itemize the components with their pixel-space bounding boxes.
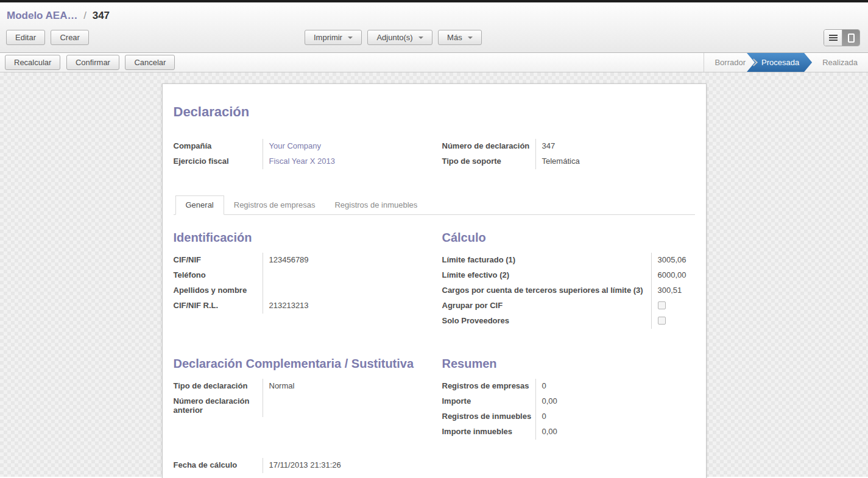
recalculate-button[interactable]: Recalcular: [5, 55, 60, 70]
form-view-icon: [848, 33, 855, 43]
field-value-link[interactable]: Fiscal Year X 2013: [263, 154, 335, 169]
header-fields-left: CompañíaYour CompanyEjercicio fiscalFisc…: [174, 139, 426, 169]
field-label: Registros de inmuebles: [442, 409, 536, 424]
field-row: Ejercicio fiscalFiscal Year X 2013: [174, 154, 426, 169]
field-value: 0: [536, 379, 546, 394]
status-step-realizada: Realizada: [812, 58, 868, 67]
field-value: 0,00: [536, 424, 557, 440]
field-row: Solo Proveedores: [442, 314, 695, 329]
field-value: 0,00: [536, 394, 557, 409]
field-value: 6000,00: [652, 268, 686, 283]
attachments-dropdown-button[interactable]: Adjunto(s): [367, 30, 432, 45]
calculation-fields: Límite facturado (1)3005,06Límite efecti…: [442, 253, 695, 329]
field-value: 213213213: [263, 298, 309, 314]
tab-registros-de-inmuebles[interactable]: Registros de inmuebles: [325, 196, 427, 214]
checkbox[interactable]: [658, 301, 666, 309]
field-row: Tipo de declaraciónNormal: [174, 379, 426, 394]
field-value: 3005,06: [652, 253, 686, 268]
cancel-button[interactable]: Cancelar: [125, 55, 175, 70]
section-complementary: Declaración Complementaria / Sustitutiva…: [174, 357, 426, 417]
tab-general[interactable]: General: [175, 195, 224, 215]
field-label: Agrupar por CIF: [442, 298, 652, 314]
list-view-icon: [829, 35, 838, 41]
chevron-down-icon: [418, 37, 423, 39]
field-row: Apellidos y nombre: [174, 283, 426, 298]
footer-fields: Fecha de cálculo17/11/2013 21:31:26: [174, 458, 695, 473]
form-background: Declaración CompañíaYour CompanyEjercici…: [0, 72, 868, 477]
summary-fields: Registros de empresas0Importe0,00Registr…: [442, 379, 695, 440]
checkbox[interactable]: [658, 317, 666, 325]
field-value: [263, 283, 269, 298]
print-dropdown-button[interactable]: Imprimir: [305, 30, 362, 45]
field-label: Compañía: [174, 139, 263, 154]
field-label: Importe: [442, 394, 536, 409]
create-button[interactable]: Crear: [51, 30, 89, 45]
document-buttons: Imprimir Adjunto(s) Más: [305, 30, 482, 45]
field-value: [652, 298, 666, 314]
attachments-label: Adjunto(s): [376, 33, 412, 42]
chevron-down-icon: [468, 37, 473, 39]
field-row: Importe0,00: [442, 394, 695, 409]
header-field-group: CompañíaYour CompanyEjercicio fiscalFisc…: [174, 139, 695, 169]
field-row: CompañíaYour Company: [174, 139, 426, 154]
field-row: CIF/NIF R.L.213213213: [174, 298, 426, 314]
field-label: Teléfono: [174, 268, 263, 283]
field-row: Límite efectivo (2)6000,00: [442, 268, 695, 283]
field-row: Cargos por cuenta de terceros superiores…: [442, 283, 695, 298]
field-value: Normal: [263, 379, 295, 394]
confirm-button[interactable]: Confirmar: [66, 55, 119, 70]
complementary-fields: Tipo de declaraciónNormalNúmero declarac…: [174, 379, 426, 417]
field-value: 300,51: [652, 283, 682, 298]
field-label: CIF/NIF R.L.: [174, 298, 263, 314]
field-value: Telemática: [536, 154, 580, 169]
field-value: 123456789: [263, 253, 309, 268]
field-value: [263, 268, 269, 283]
field-label: Límite facturado (1): [442, 253, 652, 268]
field-value: [652, 314, 666, 329]
breadcrumb-parent-link[interactable]: Modelo AEA…: [7, 10, 77, 21]
view-switcher-group: [824, 29, 860, 46]
form-sheet: Declaración CompañíaYour CompanyEjercici…: [162, 83, 707, 478]
field-label: Cargos por cuenta de terceros superiores…: [442, 283, 652, 298]
field-row: Número declaración anterior: [174, 394, 426, 417]
field-row: Importe inmuebles0,00: [442, 424, 695, 440]
more-dropdown-button[interactable]: Más: [438, 30, 482, 45]
breadcrumb-current: 347: [93, 10, 110, 21]
tab-registros-de-empresas[interactable]: Registros de empresas: [224, 196, 325, 214]
control-panel: Modelo AEA… / 347 Editar Crear Imprimir …: [0, 2, 868, 53]
breadcrumb-separator: /: [80, 10, 90, 21]
field-value: [263, 394, 269, 417]
field-row: Límite facturado (1)3005,06: [442, 253, 695, 268]
edit-button[interactable]: Editar: [6, 30, 45, 45]
field-row: Número de declaración347: [442, 139, 695, 154]
field-label: Registros de empresas: [442, 379, 536, 394]
breadcrumb: Modelo AEA… / 347: [0, 2, 868, 24]
status-step-borrador: Borrador: [704, 58, 756, 67]
field-label: Número declaración anterior: [174, 394, 263, 417]
field-row: Tipo de soporteTelemática: [442, 154, 695, 169]
chevron-down-icon: [348, 37, 353, 39]
section-title-complementary: Declaración Complementaria / Sustitutiva: [174, 357, 426, 371]
section-title-summary: Resumen: [442, 357, 695, 371]
field-label: Solo Proveedores: [442, 314, 652, 329]
section-calculation: Cálculo Límite facturado (1)3005,06Límit…: [442, 231, 695, 329]
field-value: 17/11/2013 21:31:26: [263, 458, 341, 473]
field-label: Apellidos y nombre: [174, 283, 263, 298]
tab-content-general: Identificación CIF/NIF123456789TeléfonoA…: [174, 231, 695, 440]
field-value-link[interactable]: Your Company: [263, 139, 322, 154]
field-label: Límite efectivo (2): [442, 268, 652, 283]
list-view-button[interactable]: [824, 30, 842, 46]
field-row: Fecha de cálculo17/11/2013 21:31:26: [174, 458, 695, 473]
more-label: Más: [447, 33, 462, 42]
sheet-title: Declaración: [174, 104, 695, 120]
field-row: Agrupar por CIF: [442, 298, 695, 314]
field-value: 0: [536, 409, 546, 424]
identification-fields: CIF/NIF123456789TeléfonoApellidos y nomb…: [174, 253, 426, 314]
field-label: Importe inmuebles: [442, 424, 536, 440]
action-button-row: Editar Crear Imprimir Adjunto(s) Más: [0, 24, 868, 52]
form-view-button[interactable]: [842, 30, 859, 46]
field-value: 347: [536, 139, 556, 154]
record-buttons: Editar Crear: [6, 30, 89, 45]
field-label: Número de declaración: [442, 139, 536, 154]
field-row: Registros de empresas0: [442, 379, 695, 394]
